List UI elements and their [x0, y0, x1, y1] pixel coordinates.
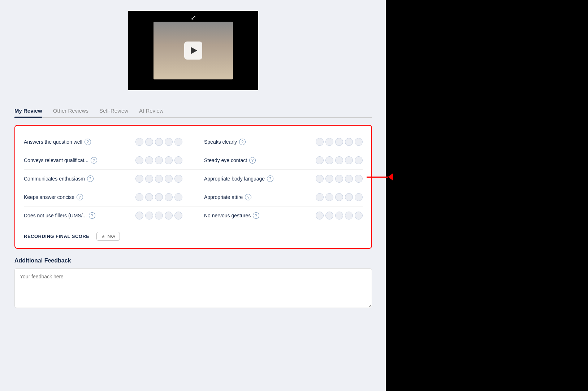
circle-5[interactable] [174, 156, 182, 164]
circle-5[interactable] [355, 212, 363, 220]
rating-circles-keeps-concise [135, 193, 182, 201]
right-panel [386, 0, 588, 391]
criteria-row-communicates-enthusiasm: Communicates enthusiasm ? [24, 170, 193, 188]
rating-circles-communicates-enthusiasm [135, 175, 182, 183]
circle-1[interactable] [135, 212, 143, 220]
review-box: Answers the question well ? Conveys rele… [14, 125, 372, 249]
circle-1[interactable] [316, 156, 324, 164]
help-icon-no-fillers[interactable]: ? [89, 212, 95, 219]
criteria-row-appropriate-attire: Appropriate attire ? [193, 188, 363, 207]
video-container: ⤢ [128, 11, 258, 90]
circle-5[interactable] [355, 138, 363, 146]
circle-1[interactable] [135, 193, 143, 201]
help-icon-appropriate-attire[interactable]: ? [245, 194, 251, 200]
feedback-section: Additional Feedback [14, 257, 372, 309]
circle-2[interactable] [325, 193, 333, 201]
circle-2[interactable] [145, 156, 153, 164]
circle-3[interactable] [155, 175, 163, 183]
circle-2[interactable] [325, 212, 333, 220]
circle-4[interactable] [165, 156, 173, 164]
circle-3[interactable] [155, 156, 163, 164]
criteria-right-column: Speaks clearly ? Steady eye contact [193, 133, 363, 225]
criteria-row-speaks-clearly: Speaks clearly ? [193, 133, 363, 151]
help-icon-speaks-clearly[interactable]: ? [239, 139, 246, 145]
circle-4[interactable] [345, 212, 353, 220]
circle-3[interactable] [335, 175, 343, 183]
circle-4[interactable] [165, 212, 173, 220]
circle-4[interactable] [345, 138, 353, 146]
circle-4[interactable] [345, 156, 353, 164]
circle-2[interactable] [325, 175, 333, 183]
circle-2[interactable] [145, 193, 153, 201]
circle-2[interactable] [145, 212, 153, 220]
help-icon-steady-eye-contact[interactable]: ? [249, 157, 256, 164]
circle-1[interactable] [316, 175, 324, 183]
help-icon-answers-question[interactable]: ? [85, 139, 91, 145]
circle-2[interactable] [325, 138, 333, 146]
star-icon: ★ [101, 234, 105, 239]
criteria-left-column: Answers the question well ? Conveys rele… [24, 133, 193, 225]
rating-circles-answers-question [135, 138, 182, 146]
criteria-row-answers-question: Answers the question well ? [24, 133, 193, 151]
help-icon-keeps-concise[interactable]: ? [77, 194, 83, 200]
circle-3[interactable] [335, 212, 343, 220]
fullscreen-icon[interactable]: ⤢ [191, 14, 196, 22]
circle-4[interactable] [165, 138, 173, 146]
circle-5[interactable] [174, 212, 182, 220]
circle-4[interactable] [165, 175, 173, 183]
tab-self-review[interactable]: Self-Review [99, 105, 128, 117]
circle-2[interactable] [145, 138, 153, 146]
help-icon-appropriate-body-language[interactable]: ? [267, 175, 273, 182]
criteria-grid: Answers the question well ? Conveys rele… [24, 133, 363, 225]
circle-3[interactable] [155, 138, 163, 146]
score-value: N/A [107, 234, 115, 239]
circle-1[interactable] [316, 193, 324, 201]
circle-1[interactable] [135, 175, 143, 183]
circle-1[interactable] [135, 138, 143, 146]
rating-circles-appropriate-attire [316, 193, 363, 201]
feedback-textarea[interactable] [14, 268, 372, 308]
circle-5[interactable] [174, 193, 182, 201]
circle-4[interactable] [345, 175, 353, 183]
criteria-row-no-nervous-gestures: No nervous gestures ? [193, 207, 363, 225]
circle-1[interactable] [135, 156, 143, 164]
criteria-row-steady-eye-contact: Steady eye contact ? [193, 151, 363, 170]
feedback-title: Additional Feedback [14, 257, 372, 264]
tab-ai-review[interactable]: AI Review [139, 105, 164, 117]
circle-4[interactable] [345, 193, 353, 201]
rating-circles-speaks-clearly [316, 138, 363, 146]
rating-circles-steady-eye-contact [316, 156, 363, 164]
rating-circles-no-fillers [135, 212, 182, 220]
main-content: ⤢ My Review Other Reviews Self-Review AI… [0, 0, 386, 391]
video-inner [128, 11, 258, 90]
circle-2[interactable] [325, 156, 333, 164]
criteria-row-appropriate-body-language: Appropriate body language ? [193, 170, 363, 188]
rating-circles-appropriate-body-language [316, 175, 363, 183]
tab-other-reviews[interactable]: Other Reviews [53, 105, 88, 117]
video-play-button[interactable] [184, 42, 202, 60]
circle-3[interactable] [335, 193, 343, 201]
circle-3[interactable] [155, 212, 163, 220]
arrow-indicator [367, 173, 393, 181]
help-icon-no-nervous-gestures[interactable]: ? [253, 212, 259, 219]
rating-circles-no-nervous-gestures [316, 212, 363, 220]
circle-5[interactable] [174, 175, 182, 183]
circle-5[interactable] [355, 156, 363, 164]
circle-2[interactable] [145, 175, 153, 183]
circle-5[interactable] [174, 138, 182, 146]
circle-5[interactable] [355, 175, 363, 183]
help-icon-conveys-qualifications[interactable]: ? [91, 157, 97, 164]
help-icon-communicates-enthusiasm[interactable]: ? [87, 175, 94, 182]
rating-circles-conveys-qualifications [135, 156, 182, 164]
criteria-row-no-fillers: Does not use fillers (UMS/... ? [24, 207, 193, 225]
circle-1[interactable] [316, 212, 324, 220]
circle-5[interactable] [355, 193, 363, 201]
final-score-label: RECORDING FINAL SCORE [24, 234, 89, 239]
circle-3[interactable] [335, 138, 343, 146]
circle-4[interactable] [165, 193, 173, 201]
circle-3[interactable] [155, 193, 163, 201]
circle-3[interactable] [335, 156, 343, 164]
tabs-container: My Review Other Reviews Self-Review AI R… [14, 105, 372, 118]
circle-1[interactable] [316, 138, 324, 146]
tab-my-review[interactable]: My Review [14, 105, 42, 117]
